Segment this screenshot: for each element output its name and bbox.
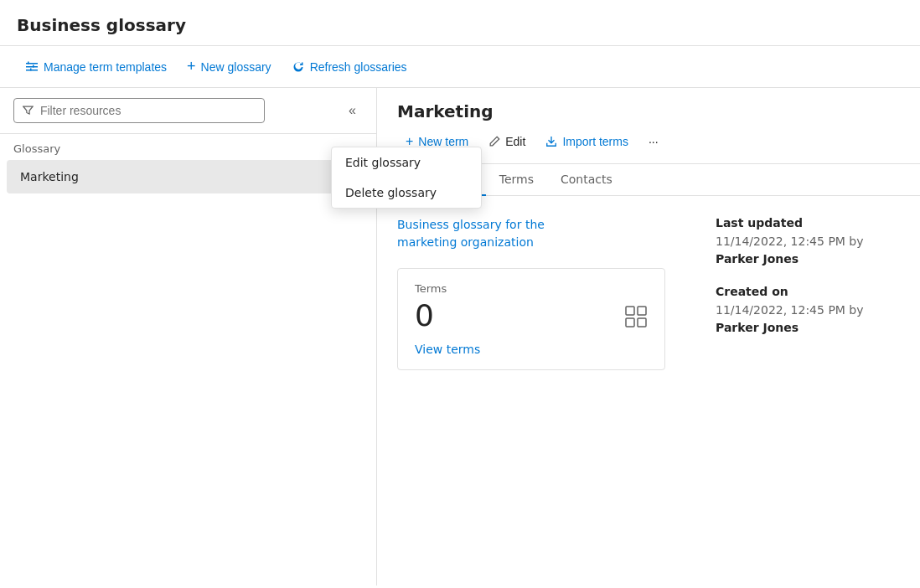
svg-rect-6 — [626, 307, 634, 315]
svg-rect-9 — [638, 318, 646, 327]
page-header: Business glossary — [0, 0, 920, 46]
plus-icon: + — [187, 58, 196, 75]
grid-icon — [624, 305, 648, 333]
new-glossary-button[interactable]: + New glossary — [178, 53, 280, 80]
overview-left: Business glossary for themarketing organ… — [397, 216, 682, 565]
import-icon — [545, 136, 557, 147]
more-options-button[interactable]: ··· — [640, 131, 667, 152]
svg-rect-7 — [638, 307, 646, 315]
sidebar-section-label: Glossary — [0, 134, 376, 158]
tab-contacts[interactable]: Contacts — [547, 164, 626, 196]
sliders-icon — [25, 60, 39, 74]
content-title: Marketing — [397, 101, 900, 121]
edit-button[interactable]: Edit — [480, 131, 534, 152]
created-on-value: 11/14/2022, 12:45 PM by Parker Jones — [716, 302, 900, 337]
svg-rect-4 — [33, 64, 34, 67]
view-terms-link[interactable]: View terms — [415, 343, 648, 356]
last-updated-author: Parker Jones — [716, 252, 799, 266]
terms-card: Terms 0 View terms — [397, 268, 665, 370]
svg-rect-8 — [626, 318, 634, 327]
last-updated-label: Last updated — [716, 216, 900, 230]
sidebar-item-label: Marketing — [20, 170, 79, 183]
refresh-icon — [292, 60, 305, 74]
created-on-author: Parker Jones — [716, 321, 799, 334]
manage-templates-button[interactable]: Manage term templates — [17, 55, 175, 79]
refresh-button[interactable]: Refresh glossaries — [283, 55, 416, 79]
page-title: Business glossary — [17, 15, 186, 35]
filter-input[interactable] — [40, 104, 256, 117]
top-toolbar: Manage term templates + New glossary Ref… — [0, 46, 920, 88]
svg-rect-1 — [26, 66, 38, 68]
terms-card-count: 0 — [415, 298, 648, 333]
last-updated-section: Last updated 11/14/2022, 12:45 PM by Par… — [716, 216, 900, 268]
overview-content: Business glossary for themarketing organ… — [377, 196, 920, 585]
last-updated-value: 11/14/2022, 12:45 PM by Parker Jones — [716, 233, 900, 268]
sidebar: « Glossary Marketing ··· Edit glossary D… — [0, 88, 377, 585]
sidebar-filter-area: « — [0, 88, 376, 134]
context-menu-edit-glossary[interactable]: Edit glossary — [332, 147, 481, 178]
edit-icon — [488, 136, 500, 147]
svg-rect-5 — [30, 68, 32, 70]
svg-rect-3 — [28, 61, 29, 64]
context-menu: Edit glossary Delete glossary — [331, 147, 482, 209]
svg-rect-2 — [26, 70, 38, 71]
collapse-button[interactable]: « — [342, 100, 363, 121]
context-menu-delete-glossary[interactable]: Delete glossary — [332, 178, 481, 208]
sidebar-item-marketing[interactable]: Marketing ··· — [7, 160, 370, 193]
created-on-section: Created on 11/14/2022, 12:45 PM by Parke… — [716, 285, 900, 337]
terms-card-label: Terms — [415, 282, 648, 295]
tab-terms[interactable]: Terms — [486, 164, 547, 196]
overview-right: Last updated 11/14/2022, 12:45 PM by Par… — [716, 216, 900, 565]
filter-icon — [23, 105, 34, 116]
overview-description: Business glossary for themarketing organ… — [397, 216, 682, 251]
import-terms-button[interactable]: Import terms — [537, 131, 637, 152]
main-layout: « Glossary Marketing ··· Edit glossary D… — [0, 88, 920, 585]
created-on-label: Created on — [716, 285, 900, 298]
filter-input-wrapper[interactable] — [13, 98, 265, 123]
